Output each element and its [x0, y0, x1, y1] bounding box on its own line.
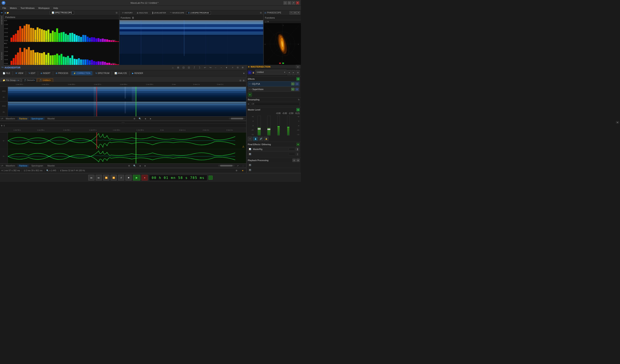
- transport-step-back[interactable]: ⏭: [96, 175, 102, 181]
- preset-next[interactable]: ►: [292, 70, 295, 75]
- toolbar-view[interactable]: 👁 VIEW: [14, 71, 25, 75]
- tab-grid[interactable]: ⊞: [242, 79, 245, 82]
- track-next-1[interactable]: ►: [148, 116, 153, 121]
- restore-button[interactable]: ↗: [292, 1, 295, 4]
- effects-power[interactable]: ⏻: [296, 77, 300, 81]
- nav-dropdown[interactable]: ▾: [224, 65, 229, 70]
- nav-back[interactable]: ←: [214, 65, 218, 70]
- track-settings-1[interactable]: ⚙: [132, 116, 137, 121]
- transport-rewind-to-start[interactable]: ⏮: [88, 175, 94, 181]
- supervision-settings[interactable]: ⊙: [295, 88, 299, 91]
- track-next-2[interactable]: ►: [143, 163, 148, 168]
- resampling-arrow[interactable]: »: [248, 103, 249, 105]
- preset-settings[interactable]: ⚙: [296, 70, 300, 75]
- toolbar-dropdown[interactable]: ▾: [242, 72, 245, 75]
- transport-loop[interactable]: ↺: [118, 175, 124, 181]
- view-tab-rainbow-2[interactable]: Rainbow: [17, 165, 29, 167]
- final-effects-grid[interactable]: ⊞: [296, 143, 300, 146]
- status-settings[interactable]: ⚙: [234, 168, 239, 173]
- livespec-collapse[interactable]: ⊟: [259, 12, 263, 14]
- nav-copy[interactable]: ⊡: [181, 65, 186, 70]
- toolbar-process[interactable]: ⚙ PROCESS: [54, 71, 70, 75]
- transport-record[interactable]: ●: [141, 175, 148, 181]
- meter-btn-3[interactable]: 🔗: [259, 137, 263, 141]
- track-share-2[interactable]: ↗: [235, 163, 240, 168]
- nav-import[interactable]: ⤵: [197, 65, 202, 70]
- tab-history[interactable]: ⟳ HISTORY: [120, 11, 135, 15]
- menu-workspace[interactable]: Workspace: [37, 6, 51, 10]
- nav-forward[interactable]: →: [219, 65, 223, 70]
- toolbar-edit[interactable]: ✎ EDIT: [27, 71, 37, 75]
- toolbar-render[interactable]: ▶ RENDER: [130, 71, 145, 75]
- dithering-collapse-2[interactable]: ▐: [296, 153, 299, 155]
- nav-home[interactable]: ⌂: [170, 65, 175, 70]
- playback-grid[interactable]: ⊞: [296, 159, 300, 162]
- transport-fast-forward[interactable]: ⏩: [110, 175, 117, 181]
- view-tab-waveform-1[interactable]: Waveform: [4, 117, 17, 120]
- phasescope-btn1[interactable]: T: [290, 11, 293, 15]
- lock-button[interactable]: 🔒: [252, 71, 255, 74]
- view-tab-spectrogram-2[interactable]: Spectrogram: [30, 165, 45, 167]
- view-tab-spectrogram-1[interactable]: Spectrogram: [30, 117, 45, 120]
- nav-grid[interactable]: ⊞: [176, 65, 180, 70]
- master-level-power[interactable]: ⏻: [296, 108, 300, 111]
- toolbar-spectrum[interactable]: ↻ SPECTRUM: [94, 71, 111, 75]
- eq-s-button[interactable]: S: [291, 82, 294, 85]
- effect-supervision[interactable]: ≡ ≡ SuperVision S ⊙: [248, 87, 300, 92]
- view-tab-rainbow-1[interactable]: Rainbow: [17, 117, 29, 120]
- file-group-tab[interactable]: 📁 File Group + ▾: [1, 78, 21, 82]
- view-tab-wavelet-1[interactable]: Wavelet: [46, 117, 56, 120]
- track-prev-1[interactable]: ◄: [143, 116, 148, 121]
- effect-eq-p1a[interactable]: ≡ ≡ EQ-P1A S ⊙: [248, 81, 300, 86]
- nav-view-toggle[interactable]: ⊟: [235, 65, 240, 70]
- tab-options[interactable]: ⊟: [239, 79, 242, 82]
- track-zoom-2[interactable]: 🔍: [132, 163, 137, 168]
- nav-undo[interactable]: ↩: [203, 65, 207, 70]
- toolbar-correction[interactable]: ⚡ CORRECTION: [72, 71, 92, 75]
- transport-play[interactable]: ▶: [133, 175, 140, 181]
- fader-right[interactable]: [267, 116, 271, 136]
- track-prev-2[interactable]: ◄: [138, 163, 142, 168]
- transport-stop[interactable]: ■: [125, 175, 132, 181]
- demo4-tab[interactable]: 🎵 Demo4 •: [22, 78, 37, 82]
- toolbar-insert[interactable]: ⊕ INSERT: [39, 71, 52, 75]
- menu-tool-windows[interactable]: Tool Windows: [19, 6, 36, 10]
- view-tab-wavelet-2[interactable]: Wavelet: [46, 165, 56, 167]
- maximize-button[interactable]: □: [288, 1, 291, 4]
- tab-wavescope[interactable]: 〜 WAVESCOPE: [168, 11, 186, 15]
- meter-btn-4[interactable]: 🔒: [264, 137, 268, 141]
- fader-left[interactable]: [258, 116, 261, 136]
- track-extra-2[interactable]: ⋮: [241, 163, 245, 168]
- power-button[interactable]: ⏻: [248, 71, 251, 74]
- minimize-button[interactable]: ─: [283, 1, 287, 4]
- meter-btn-1[interactable]: ≡: [248, 137, 252, 141]
- master-collapse[interactable]: ⊟: [296, 65, 300, 69]
- phasescope-collapse[interactable]: ⊟: [293, 11, 296, 15]
- menu-meters[interactable]: Meters: [8, 6, 19, 10]
- status-star[interactable]: ★: [240, 168, 245, 173]
- masterrig-collapse[interactable]: ▐: [296, 148, 299, 151]
- close-button[interactable]: ✕: [296, 1, 299, 4]
- nav-paste[interactable]: ⊡: [187, 65, 191, 70]
- phasescope-close[interactable]: ✕: [297, 11, 300, 15]
- track-zoom-1[interactable]: 🔍: [138, 116, 142, 121]
- transport-fast-back[interactable]: ⏪: [103, 175, 109, 181]
- view-tab-waveform-2[interactable]: Waveform: [4, 165, 17, 167]
- tab-livespectrogram[interactable]: ⊞ LIVESPECTROGRAM: [186, 11, 211, 15]
- untitled-tab[interactable]: 🎵 Untitled •: [37, 78, 53, 82]
- playback-monitor[interactable]: ⊟: [293, 159, 296, 162]
- livespec-delete[interactable]: 🗑: [132, 16, 134, 19]
- preset-prev[interactable]: ◄: [287, 70, 291, 75]
- nav-export[interactable]: ⤴: [192, 65, 197, 70]
- masterrig-row[interactable]: 📊 MasterRig ▐: [248, 147, 300, 152]
- spectroscope-collapse[interactable]: ⊟: [115, 12, 118, 14]
- eq-settings[interactable]: ⊙: [295, 82, 299, 85]
- nav-redo[interactable]: ↪: [208, 65, 213, 70]
- tab-analysis[interactable]: ◑ ANALYSIS: [135, 11, 150, 15]
- tab-spectroscope[interactable]: 📊 SPECTROSCOPE: [50, 11, 74, 15]
- meter-btn-2[interactable]: 💧: [253, 137, 258, 141]
- menu-file[interactable]: File: [1, 6, 8, 10]
- nav-expand[interactable]: ⊞: [240, 65, 245, 70]
- toolbar-file[interactable]: 📄 FILE: [1, 71, 12, 75]
- track-settings-2[interactable]: ⚙: [127, 163, 131, 168]
